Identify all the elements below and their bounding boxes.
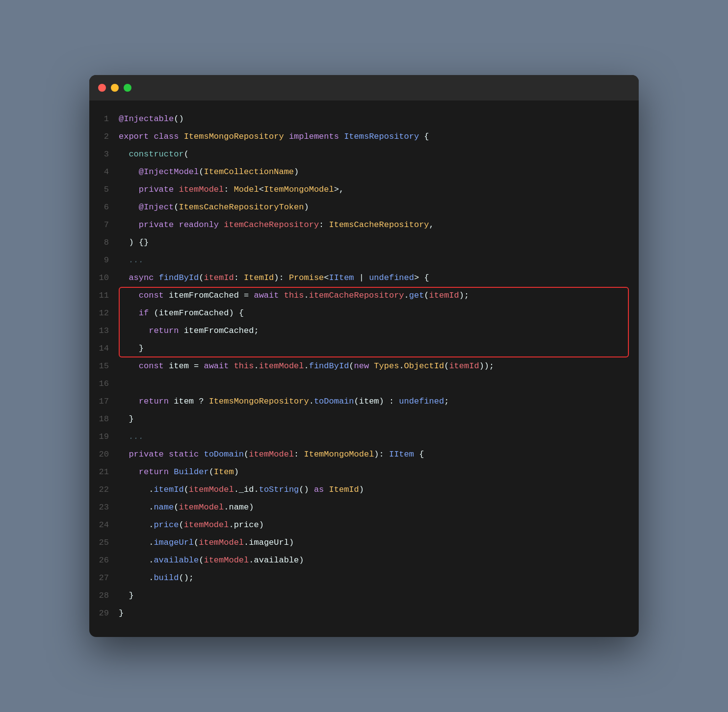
line-content	[119, 375, 639, 393]
line-content: @Inject(ItemsCacheRepositoryToken)	[119, 199, 639, 216]
code-line-1: 1 @Injectable()	[89, 110, 639, 128]
minimize-button[interactable]	[111, 84, 119, 92]
line-content: .imageUrl(itemModel.imageUrl)	[119, 534, 639, 552]
line-number: 9	[89, 252, 119, 269]
line-content: private readonly itemCacheRepository: It…	[119, 216, 639, 234]
line-content: }	[119, 587, 639, 605]
code-line-22: 22 .itemId(itemModel._id.toString() as I…	[89, 481, 639, 499]
code-line-25: 25 .imageUrl(itemModel.imageUrl)	[89, 534, 639, 552]
code-line-5: 5 private itemModel: Model<ItemMongoMode…	[89, 181, 639, 199]
line-number: 25	[89, 534, 119, 552]
code-line-8: 8 ) {}	[89, 234, 639, 252]
close-button[interactable]	[98, 84, 106, 92]
line-number: 17	[89, 393, 119, 410]
code-line-27: 27 .build();	[89, 569, 639, 587]
code-area: 1 @Injectable() 2 export class ItemsMong…	[89, 101, 639, 637]
line-number: 18	[89, 410, 119, 428]
line-content: }	[119, 410, 639, 428]
line-number: 3	[89, 146, 119, 163]
line-content: export class ItemsMongoRepository implem…	[119, 128, 639, 146]
line-number: 8	[89, 234, 119, 252]
line-content: .available(itemModel.available)	[119, 552, 639, 569]
line-content: return item ? ItemsMongoRepository.toDom…	[119, 393, 639, 410]
line-content: @Injectable()	[119, 110, 639, 128]
code-line-29: 29 }	[89, 605, 639, 622]
line-content: async findById(itemId: ItemId): Promise<…	[119, 269, 639, 287]
line-content: .itemId(itemModel._id.toString() as Item…	[119, 481, 639, 499]
code-line-14: 14 }	[89, 340, 639, 357]
line-number: 10	[89, 269, 119, 287]
code-line-4: 4 @InjectModel(ItemCollectionName)	[89, 163, 639, 181]
code-line-7: 7 private readonly itemCacheRepository: …	[89, 216, 639, 234]
code-line-10: 10 async findById(itemId: ItemId): Promi…	[89, 269, 639, 287]
code-line-24: 24 .price(itemModel.price)	[89, 516, 639, 534]
maximize-button[interactable]	[124, 84, 131, 92]
line-content: const itemFromCached = await this.itemCa…	[119, 287, 639, 305]
code-line-11: 11 const itemFromCached = await this.ite…	[89, 287, 639, 305]
code-line-21: 21 return Builder(Item)	[89, 463, 639, 481]
line-number: 6	[89, 199, 119, 216]
line-number: 20	[89, 446, 119, 463]
line-number: 2	[89, 128, 119, 146]
line-number: 23	[89, 499, 119, 516]
line-content: private static toDomain(itemModel: ItemM…	[119, 446, 639, 463]
code-line-12: 12 if (itemFromCached) {	[89, 305, 639, 322]
line-content: .price(itemModel.price)	[119, 516, 639, 534]
line-number: 5	[89, 181, 119, 199]
line-number: 16	[89, 375, 119, 393]
line-content: return Builder(Item)	[119, 463, 639, 481]
line-content: }	[119, 340, 639, 357]
code-line-19: 19 ...	[89, 428, 639, 446]
line-content: ) {}	[119, 234, 639, 252]
line-content: ...	[119, 252, 639, 269]
code-line-17: 17 return item ? ItemsMongoRepository.to…	[89, 393, 639, 410]
line-number: 1	[89, 110, 119, 128]
line-number: 27	[89, 569, 119, 587]
line-content: const item = await this.itemModel.findBy…	[119, 357, 639, 375]
code-line-15: 15 const item = await this.itemModel.fin…	[89, 357, 639, 375]
titlebar	[89, 75, 639, 101]
line-content: .build();	[119, 569, 639, 587]
code-line-6: 6 @Inject(ItemsCacheRepositoryToken)	[89, 199, 639, 216]
line-number: 21	[89, 463, 119, 481]
line-number: 4	[89, 163, 119, 181]
line-number: 28	[89, 587, 119, 605]
line-content: @InjectModel(ItemCollectionName)	[119, 163, 639, 181]
line-number: 19	[89, 428, 119, 446]
code-line-2: 2 export class ItemsMongoRepository impl…	[89, 128, 639, 146]
code-window: 1 @Injectable() 2 export class ItemsMong…	[89, 75, 639, 637]
code-line-23: 23 .name(itemModel.name)	[89, 499, 639, 516]
line-number: 14	[89, 340, 119, 357]
code-line-20: 20 private static toDomain(itemModel: It…	[89, 446, 639, 463]
code-line-3: 3 constructor(	[89, 146, 639, 163]
line-number: 24	[89, 516, 119, 534]
highlighted-block: 11 const itemFromCached = await this.ite…	[89, 287, 639, 357]
line-number: 7	[89, 216, 119, 234]
code-line-13: 13 return itemFromCached;	[89, 322, 639, 340]
line-content: ...	[119, 428, 639, 446]
line-number: 13	[89, 322, 119, 340]
code-line-16: 16	[89, 375, 639, 393]
line-content: return itemFromCached;	[119, 322, 639, 340]
code-line-9: 9 ...	[89, 252, 639, 269]
line-content: if (itemFromCached) {	[119, 305, 639, 322]
line-number: 26	[89, 552, 119, 569]
line-number: 29	[89, 605, 119, 622]
line-number: 22	[89, 481, 119, 499]
line-content: private itemModel: Model<ItemMongoModel>…	[119, 181, 639, 199]
code-line-18: 18 }	[89, 410, 639, 428]
code-line-28: 28 }	[89, 587, 639, 605]
line-number: 12	[89, 305, 119, 322]
line-content: .name(itemModel.name)	[119, 499, 639, 516]
line-number: 15	[89, 357, 119, 375]
code-line-26: 26 .available(itemModel.available)	[89, 552, 639, 569]
line-number: 11	[89, 287, 119, 305]
line-content: constructor(	[119, 146, 639, 163]
line-content: }	[119, 605, 639, 622]
